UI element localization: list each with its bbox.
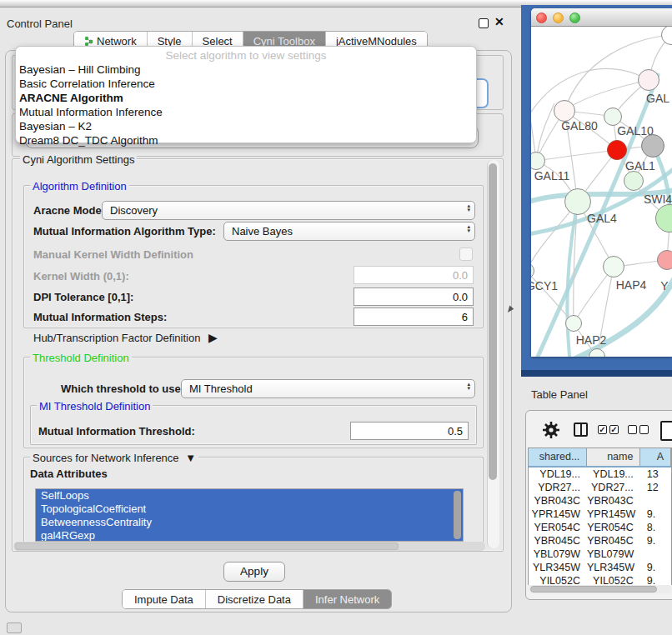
- mi-steps-input[interactable]: 6: [354, 308, 474, 326]
- node-gal1[interactable]: [607, 140, 627, 160]
- mi-threshold-input[interactable]: 0.5: [350, 422, 469, 440]
- table-cell: YDR27...: [529, 481, 587, 494]
- node-hap2[interactable]: [565, 315, 582, 332]
- table-row[interactable]: YBR045CYBR045C9.: [529, 534, 671, 548]
- data-attribute-item[interactable]: TopologicalCoefficient: [36, 502, 463, 516]
- tab-impute-data[interactable]: Impute Data: [123, 590, 206, 608]
- table-row[interactable]: YLR345WYLR345W9.: [529, 561, 671, 574]
- algorithm-option[interactable]: Mutual Information Inference: [16, 105, 476, 119]
- table-cell: YER054C: [587, 521, 640, 534]
- node[interactable]: [641, 134, 664, 158]
- table-cell: 9.: [640, 508, 671, 521]
- minimize-traffic-light-icon[interactable]: [553, 12, 564, 23]
- apply-button[interactable]: Apply: [223, 562, 285, 582]
- table-cell: YDL19...: [529, 468, 587, 481]
- column-header[interactable]: shared...: [529, 448, 587, 466]
- settings-group-title: Cyni Algorithm Settings: [20, 153, 137, 166]
- data-attributes-list[interactable]: SelfLoopsTopologicalCoefficientBetweenne…: [35, 488, 464, 542]
- node-y[interactable]: [657, 250, 672, 270]
- node-label: Y: [660, 279, 668, 292]
- data-attribute-item[interactable]: BetweennessCentrality: [36, 516, 463, 529]
- table-cell: [640, 494, 671, 508]
- manual-kernel-checkbox[interactable]: [459, 248, 473, 261]
- hub-section-toggle[interactable]: Hub/Transcription Factor Definition ▶: [33, 331, 218, 344]
- table-cell: YIL052C: [587, 574, 640, 585]
- algorithm-option[interactable]: Dream8 DC_TDC Algorithm: [16, 133, 476, 148]
- column-header[interactable]: A: [640, 448, 671, 466]
- dpi-tolerance-input[interactable]: 0.0: [354, 288, 474, 306]
- which-threshold-value: MI Threshold: [189, 382, 253, 395]
- algorithm-option[interactable]: ARACNE Algorithm: [16, 91, 476, 105]
- table-row[interactable]: YBR043CYBR043C: [529, 494, 671, 508]
- table-mode-icon[interactable]: [660, 421, 672, 441]
- table-row[interactable]: YDL19...YDL19...13: [529, 468, 671, 481]
- list-scrollbar[interactable]: [454, 491, 461, 539]
- node-hap4[interactable]: [603, 256, 624, 278]
- table-cell: YLR345W: [587, 561, 640, 574]
- node-gal[interactable]: [638, 69, 659, 91]
- algorithm-option[interactable]: Basic Correlation Inference: [16, 77, 476, 91]
- mi-type-label: Mutual Information Algorithm Type:: [33, 225, 216, 238]
- collapse-arrow-icon: ▼: [185, 452, 196, 464]
- table-cell: 8.: [640, 521, 671, 534]
- column-settings-icon[interactable]: [574, 422, 588, 437]
- table-cell: YBL079W: [529, 548, 587, 561]
- node-gal10[interactable]: [604, 108, 622, 126]
- table-row[interactable]: YBL079WYBL079W: [529, 548, 671, 561]
- aracne-mode-combobox[interactable]: Discovery ▴▾: [102, 201, 475, 220]
- close-traffic-light-icon[interactable]: [536, 12, 547, 23]
- settings-hscrollbar-thumb[interactable]: [15, 542, 399, 550]
- table-cell: YER054C: [529, 521, 587, 534]
- algorithm-definition-title: Algorithm Definition: [30, 180, 129, 192]
- table-cell: 12: [640, 481, 671, 494]
- checked-box-icon[interactable]: ✓: [609, 425, 619, 434]
- table-cell: 9.: [640, 534, 671, 548]
- column-header[interactable]: name: [587, 448, 640, 466]
- table-cell: YPR145W: [529, 508, 587, 521]
- which-threshold-label: Which threshold to use:: [61, 382, 184, 395]
- network-window-titlebar[interactable]: [531, 8, 672, 27]
- table-cell: YBR045C: [587, 534, 640, 548]
- mi-threshold-label: Mutual Information Threshold:: [38, 425, 195, 438]
- manual-kernel-label: Manual Kernel Width Definition: [33, 248, 193, 261]
- data-attribute-item[interactable]: gal4RGexp: [36, 529, 463, 542]
- mouse-cursor: [508, 305, 514, 313]
- dock-window-icon[interactable]: [7, 622, 22, 633]
- which-threshold-combobox[interactable]: MI Threshold ▴▾: [181, 379, 475, 398]
- gear-icon[interactable]: [542, 421, 560, 439]
- mi-steps-label: Mutual Information Steps:: [33, 311, 167, 323]
- network-view-frame-edge: [521, 370, 672, 377]
- hub-section-label: Hub/Transcription Factor Definition: [33, 332, 200, 344]
- settings-vscrollbar-thumb[interactable]: [489, 163, 497, 480]
- unchecked-box-icon[interactable]: [628, 425, 637, 434]
- algorithm-option[interactable]: Bayesian – Hill Climbing: [16, 62, 476, 77]
- kernel-width-label: Kernel Width (0,1):: [33, 270, 129, 282]
- data-attribute-item[interactable]: SelfLoops: [36, 489, 463, 502]
- close-icon[interactable]: ✕: [494, 15, 504, 28]
- table-hscrollbar-thumb[interactable]: [530, 586, 657, 592]
- kernel-width-input[interactable]: 0.0: [354, 266, 474, 284]
- checked-box-icon[interactable]: ✓: [598, 425, 607, 434]
- sources-group-title[interactable]: Sources for Network Inference ▼: [30, 452, 198, 464]
- node-attribute-table[interactable]: shared...nameA YDL19...YDL19...13YDR27..…: [528, 448, 672, 585]
- tab-infer-network[interactable]: Infer Network: [303, 590, 391, 608]
- table-cell: YIL052C: [529, 574, 587, 585]
- node-label: GAL80: [561, 119, 598, 132]
- table-row[interactable]: YIL052CYIL052C9.: [529, 574, 671, 585]
- zoom-traffic-light-icon[interactable]: [569, 12, 580, 23]
- sources-title-text: Sources for Network Inference: [33, 452, 179, 464]
- tab-discretize-data[interactable]: Discretize Data: [206, 590, 303, 608]
- bottom-tabbar: Impute DataDiscretize DataInfer Network: [122, 589, 392, 609]
- table-row[interactable]: YPR145WYPR145W9.: [529, 508, 671, 521]
- float-window-icon[interactable]: [479, 18, 489, 28]
- node-swi4[interactable]: [624, 171, 644, 191]
- network-icon: [84, 36, 93, 47]
- table-row[interactable]: YER054CYER054C8.: [529, 521, 671, 534]
- table-cell: 13: [640, 468, 671, 481]
- mi-type-combobox[interactable]: Naive Bayes ▴▾: [223, 222, 475, 241]
- table-row[interactable]: YDR27...YDR27...12: [529, 481, 671, 494]
- network-canvas[interactable]: GALGAL80GAL10GAL1GAL11SWI4GAL4GCY1HAP4YH…: [531, 27, 672, 357]
- algorithm-option[interactable]: Bayesian – K2: [16, 119, 476, 133]
- unchecked-box-icon[interactable]: [639, 425, 649, 434]
- table-panel-title: Table Panel: [531, 388, 588, 401]
